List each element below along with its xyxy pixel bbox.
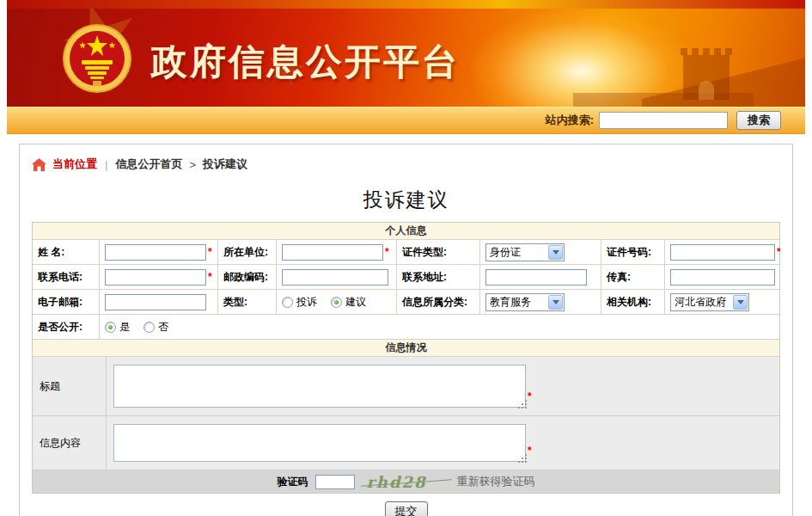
breadcrumb: 当前位置 | 信息公开首页 > 投诉建议 — [20, 144, 792, 172]
chevron-down-icon — [548, 245, 563, 260]
is-public-cell: 是 否 — [100, 315, 779, 339]
category-cell: 教育服务 — [480, 290, 601, 314]
required-mark: * — [528, 390, 532, 402]
unit-label: 所在单位: — [218, 240, 277, 264]
form-row: 是否公开: 是 否 — [33, 315, 779, 340]
content-textarea[interactable] — [113, 424, 526, 462]
form-row: 电子邮箱: 类型: 投诉 建议 信息所属分类: 教育服务 相关机构: — [33, 290, 779, 315]
title-textarea[interactable] — [113, 365, 526, 408]
email-cell — [100, 290, 218, 314]
address-cell — [480, 265, 601, 289]
name-field[interactable] — [105, 244, 206, 261]
national-emblem-icon — [62, 23, 132, 97]
address-label: 联系地址: — [397, 265, 480, 289]
section-header-info-details: 信息情况 — [33, 340, 779, 357]
submit-button[interactable]: 提交 — [385, 501, 428, 516]
content-cell: * — [107, 416, 779, 470]
zip-cell — [277, 265, 397, 289]
title-row: 标题 * — [33, 357, 779, 416]
address-field[interactable] — [485, 269, 587, 286]
fax-field[interactable] — [670, 269, 775, 286]
search-label: 站内搜索: — [546, 113, 594, 128]
resize-grip-icon[interactable] — [522, 403, 523, 405]
form-row: 联系电话: * 邮政编码: 联系地址: 传真: — [33, 265, 779, 290]
zip-field[interactable] — [282, 269, 388, 286]
phone-cell: * — [100, 265, 218, 289]
radio-suggestion-label[interactable]: 建议 — [345, 295, 366, 310]
section-header-personal-info: 个人信息 — [33, 223, 779, 240]
submit-area: 提交 — [20, 494, 792, 516]
unit-cell: * — [277, 240, 397, 264]
breadcrumb-arrow: > — [189, 158, 196, 171]
required-mark: * — [528, 445, 532, 457]
breadcrumb-current-page: 投诉建议 — [203, 157, 247, 172]
id-number-field[interactable] — [670, 244, 775, 261]
page-title: 投诉建议 — [20, 187, 792, 213]
phone-label: 联系电话: — [33, 265, 100, 289]
radio-public-yes[interactable] — [105, 322, 116, 333]
is-public-label: 是否公开: — [33, 315, 100, 339]
email-field[interactable] — [105, 294, 206, 310]
radio-complaint-label[interactable]: 投诉 — [296, 295, 317, 310]
type-cell: 投诉 建议 — [277, 290, 397, 314]
breadcrumb-home-link[interactable]: 信息公开首页 — [115, 157, 182, 172]
main-content: 当前位置 | 信息公开首页 > 投诉建议 投诉建议 个人信息 姓 名: * 所在… — [19, 144, 793, 516]
fax-label: 传真: — [601, 265, 665, 289]
breadcrumb-location-label: 当前位置 — [52, 157, 97, 172]
radio-public-no[interactable] — [143, 322, 155, 333]
radio-suggestion[interactable] — [331, 297, 342, 308]
chevron-down-icon — [548, 295, 563, 310]
banner-top-strip — [7, 0, 805, 9]
header-banner: ★ ★ 政府信息公开平台 站内搜索: 搜索 — [7, 0, 805, 134]
content-row: 信息内容 * — [33, 416, 779, 470]
breadcrumb-divider: | — [105, 158, 107, 171]
name-label: 姓 名: — [33, 240, 100, 264]
fax-cell — [665, 265, 779, 289]
captcha-image: rhd28 — [363, 473, 430, 491]
id-number-cell: * — [665, 240, 784, 264]
captcha-row: 验证码 rhd28 重新获得验证码 — [33, 470, 779, 493]
org-label: 相关机构: — [601, 290, 665, 314]
id-number-label: 证件号码: — [601, 240, 665, 264]
resize-grip-icon[interactable] — [522, 458, 523, 459]
search-input[interactable] — [599, 112, 728, 129]
search-button[interactable]: 搜索 — [736, 111, 781, 130]
id-type-label: 证件类型: — [397, 240, 480, 264]
zip-label: 邮政编码: — [218, 265, 277, 289]
captcha-label: 验证码 — [277, 475, 308, 489]
content-label: 信息内容 — [33, 416, 107, 470]
banner-main: ★ ★ 政府信息公开平台 — [7, 9, 805, 107]
id-type-select[interactable]: 身份证 — [485, 243, 565, 261]
site-title: 政府信息公开平台 — [151, 38, 461, 86]
captcha-input[interactable] — [315, 475, 355, 489]
radio-complaint[interactable] — [282, 297, 293, 308]
title-cell: * — [107, 357, 779, 415]
unit-field[interactable] — [282, 244, 383, 261]
category-select[interactable]: 教育服务 — [485, 293, 565, 311]
title-label: 标题 — [33, 357, 107, 415]
complaint-form: 个人信息 姓 名: * 所在单位: * 证件类型: 身份证 证件号码: — [32, 222, 780, 494]
home-icon — [32, 158, 46, 171]
org-cell: 河北省政府 — [665, 290, 779, 314]
type-label: 类型: — [218, 290, 277, 314]
phone-field[interactable] — [105, 269, 206, 286]
form-row: 姓 名: * 所在单位: * 证件类型: 身份证 证件号码: * — [33, 240, 779, 265]
email-label: 电子邮箱: — [33, 290, 100, 314]
radio-public-yes-label[interactable]: 是 — [119, 320, 130, 335]
org-select[interactable]: 河北省政府 — [670, 293, 749, 311]
required-mark: * — [385, 246, 389, 258]
category-label: 信息所属分类: — [397, 290, 480, 314]
required-mark: * — [777, 246, 781, 258]
required-mark: * — [208, 246, 212, 258]
chevron-down-icon — [733, 295, 748, 310]
great-wall-illustration — [573, 38, 805, 107]
radio-public-no-label[interactable]: 否 — [158, 320, 168, 335]
name-cell: * — [100, 240, 218, 264]
site-search-bar: 站内搜索: 搜索 — [7, 107, 805, 134]
captcha-refresh-link[interactable]: 重新获得验证码 — [457, 474, 535, 489]
id-type-cell: 身份证 — [480, 240, 601, 264]
required-mark: * — [208, 271, 212, 283]
